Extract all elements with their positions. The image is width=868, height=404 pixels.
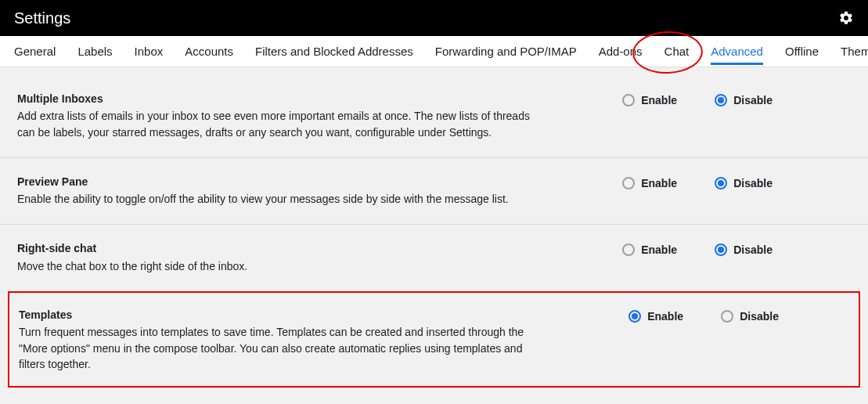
radio-label: Disable [733,177,773,189]
radio-disable[interactable]: Disable [715,177,773,189]
setting-text: Move the chat box to the right side of t… [17,258,534,274]
radio-group: Enable Disable [622,240,851,256]
setting-title: Multiple Inboxes [17,91,534,106]
tab-advanced[interactable]: Advanced [711,38,763,65]
tab-offline[interactable]: Offline [785,38,819,65]
tab-labels[interactable]: Labels [77,38,112,65]
radio-label: Enable [641,243,677,256]
header-bar: Settings [0,0,868,36]
radio-group: Enable Disable [622,91,851,106]
tab-general[interactable]: General [14,38,56,65]
annotation-highlight-box: Templates Turn frequent messages into te… [8,291,860,388]
radio-label: Disable [733,243,773,256]
setting-title: Templates [19,307,535,323]
setting-description: Preview Pane Enable the ability to toggl… [17,174,534,207]
radio-label: Disable [733,94,773,106]
radio-enable[interactable]: Enable [622,94,677,106]
radio-icon [715,177,727,189]
radio-icon [628,310,641,323]
radio-label: Disable [740,310,779,323]
setting-text: Enable the ability to toggle on/off the … [17,191,534,207]
setting-description: Templates Turn frequent messages into te… [19,307,535,372]
setting-description: Multiple Inboxes Add extra lists of emai… [17,91,534,140]
setting-text: Turn frequent messages into templates to… [19,324,535,372]
radio-disable[interactable]: Disable [715,243,773,256]
tab-accounts[interactable]: Accounts [185,38,233,65]
radio-icon [622,177,635,189]
tab-chat[interactable]: Chat [665,38,690,65]
radio-label: Enable [647,310,683,323]
radio-disable[interactable]: Disable [715,94,773,106]
settings-content: Multiple Inboxes Add extra lists of emai… [0,67,868,388]
radio-icon [622,94,635,106]
setting-text: Add extra lists of emails in your inbox … [17,108,534,140]
setting-right-side-chat: Right-side chat Move the chat box to the… [0,224,868,291]
setting-templates: Templates Turn frequent messages into te… [9,293,859,386]
radio-icon [721,310,733,323]
radio-enable[interactable]: Enable [622,243,677,256]
setting-title: Preview Pane [17,174,534,189]
gear-icon[interactable] [838,10,854,26]
setting-title: Right-side chat [17,240,534,256]
setting-description: Right-side chat Move the chat box to the… [17,240,534,274]
radio-enable[interactable]: Enable [628,310,683,323]
radio-label: Enable [641,177,677,189]
setting-multiple-inboxes: Multiple Inboxes Add extra lists of emai… [0,75,868,157]
radio-icon [622,243,635,256]
radio-icon [715,243,727,256]
setting-preview-pane: Preview Pane Enable the ability to toggl… [0,157,868,225]
tab-inbox[interactable]: Inbox [135,38,164,65]
page-title: Settings [14,9,70,27]
tab-addons[interactable]: Add-ons [599,38,643,65]
settings-tabs: General Labels Inbox Accounts Filters an… [0,36,868,67]
tab-forwarding[interactable]: Forwarding and POP/IMAP [435,38,577,65]
radio-disable[interactable]: Disable [721,310,779,323]
radio-enable[interactable]: Enable [622,177,677,189]
radio-icon [715,94,727,106]
radio-group: Enable Disable [628,307,849,323]
radio-label: Enable [641,94,677,106]
tab-themes[interactable]: Themes [841,38,868,65]
radio-group: Enable Disable [622,174,851,189]
tab-filters[interactable]: Filters and Blocked Addresses [255,38,413,65]
